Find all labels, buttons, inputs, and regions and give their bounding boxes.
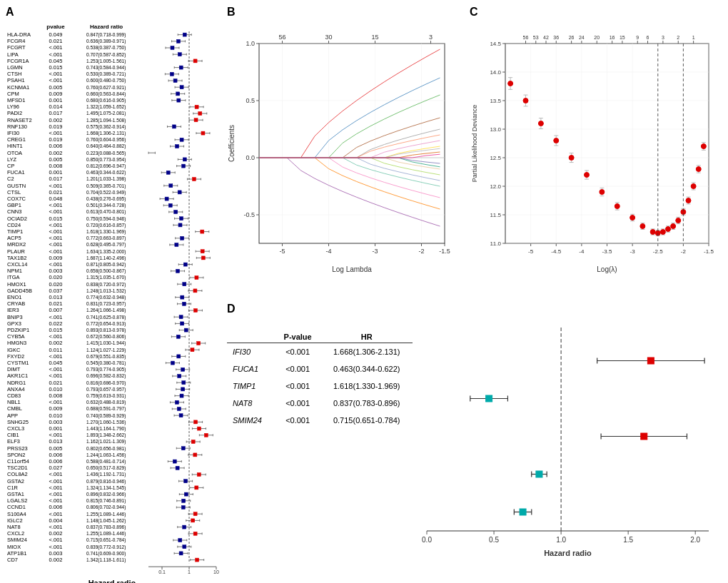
svg-text:<.001: <.001 <box>49 314 63 320</box>
svg-text:0.759(0.619-0.931): 0.759(0.619-0.931) <box>86 393 126 399</box>
svg-rect-561 <box>183 545 186 549</box>
svg-text:0.715(0.651-0.784): 0.715(0.651-0.784) <box>86 537 126 543</box>
svg-text:<.001: <.001 <box>49 241 63 248</box>
svg-rect-232 <box>181 236 184 240</box>
svg-text:0.009: 0.009 <box>49 91 63 97</box>
svg-text:11.5: 11.5 <box>490 212 501 218</box>
svg-text:0.006: 0.006 <box>49 143 63 149</box>
svg-text:0.600(0.480-0.750): 0.600(0.480-0.750) <box>86 78 126 83</box>
svg-text:0.575(0.362-0.914): 0.575(0.362-0.914) <box>86 124 126 130</box>
svg-text:3: 3 <box>429 34 433 41</box>
svg-text:<.001: <.001 <box>49 208 63 215</box>
d-hr-1: 0.463(0.344-0.622) <box>320 360 413 377</box>
d-forest-svg: 0.00.51.01.52.0Hazard radio <box>413 317 719 559</box>
svg-text:1.148(1.045-1.262): 1.148(1.045-1.262) <box>86 518 126 524</box>
svg-text:<.001: <.001 <box>49 524 63 530</box>
d-hr-0: 1.668(1.306-2.131) <box>320 343 413 361</box>
svg-rect-323 <box>181 322 184 325</box>
svg-rect-428 <box>194 420 198 424</box>
svg-text:1.436(1.192-1.731): 1.436(1.192-1.731) <box>86 472 126 477</box>
svg-text:-5: -5 <box>279 248 285 255</box>
svg-text:6: 6 <box>647 35 649 40</box>
svg-rect-309 <box>193 309 197 313</box>
svg-text:10: 10 <box>213 569 219 574</box>
svg-text:ELF3: ELF3 <box>7 438 20 445</box>
svg-text:TIMP1: TIMP1 <box>7 228 23 235</box>
d-pvalue-2: <0.001 <box>275 377 321 395</box>
svg-text:CPM: CPM <box>7 91 19 97</box>
svg-text:0.017: 0.017 <box>49 110 63 116</box>
svg-text:0.0: 0.0 <box>246 154 255 161</box>
svg-point-698 <box>523 98 528 103</box>
svg-text:CNN3: CNN3 <box>7 208 21 215</box>
svg-text:OCIAD2: OCIAD2 <box>7 216 27 222</box>
svg-text:IER3: IER3 <box>7 307 19 313</box>
svg-text:0.010: 0.010 <box>49 386 63 392</box>
svg-rect-372 <box>181 367 185 371</box>
svg-text:0.772(0.654-0.913): 0.772(0.654-0.913) <box>86 321 126 327</box>
svg-text:0.017: 0.017 <box>49 176 63 182</box>
svg-rect-358 <box>177 355 181 358</box>
svg-text:0.743(0.584-0.944): 0.743(0.584-0.944) <box>86 65 126 71</box>
svg-text:13.5: 13.5 <box>490 98 501 104</box>
svg-text:GUSTN: GUSTN <box>7 183 26 189</box>
svg-text:1.618(1.330-1.969): 1.618(1.330-1.969) <box>86 229 126 235</box>
svg-text:0.679(0.551-0.835): 0.679(0.551-0.835) <box>86 354 126 360</box>
svg-text:0.001: 0.001 <box>49 425 63 432</box>
svg-text:2.0: 2.0 <box>690 536 700 544</box>
svg-text:IGLC2: IGLC2 <box>7 517 23 524</box>
svg-text:-4: -4 <box>579 248 585 255</box>
panel-a: A pvalueHazard ratio0.1110HLA-DRA0.0490.… <box>0 0 221 583</box>
svg-rect-211 <box>180 217 183 220</box>
svg-text:0.002: 0.002 <box>49 340 63 346</box>
svg-text:<.001: <.001 <box>49 497 63 504</box>
svg-text:CTSH: CTSH <box>7 71 21 77</box>
d-pvalue-0: <0.001 <box>275 343 321 361</box>
svg-text:0.005: 0.005 <box>49 445 63 452</box>
svg-rect-121 <box>201 131 205 135</box>
d-gene-0: IFI30 <box>227 343 275 361</box>
svg-text:1.255(1.089-1.446): 1.255(1.089-1.446) <box>86 531 126 537</box>
svg-text:-3: -3 <box>372 248 378 255</box>
svg-text:9: 9 <box>636 35 639 40</box>
svg-text:0.007: 0.007 <box>49 307 63 313</box>
svg-text:12.0: 12.0 <box>490 183 501 190</box>
svg-rect-386 <box>182 381 186 385</box>
svg-rect-288 <box>193 289 197 293</box>
svg-text:CRYAB: CRYAB <box>7 300 25 307</box>
svg-rect-176 <box>169 184 173 188</box>
svg-rect-491 <box>184 480 188 483</box>
svg-rect-477 <box>176 466 179 470</box>
svg-text:0.019: 0.019 <box>49 136 63 143</box>
svg-rect-414 <box>177 407 181 411</box>
svg-text:0.696(0.582-0.832): 0.696(0.582-0.832) <box>86 373 126 379</box>
svg-text:13.0: 13.0 <box>490 126 501 133</box>
svg-text:<.001: <.001 <box>49 485 63 491</box>
svg-rect-463 <box>193 453 197 457</box>
svg-text:DIMT: DIMT <box>7 366 21 372</box>
svg-rect-155 <box>182 164 186 168</box>
svg-text:<.001: <.001 <box>49 353 63 360</box>
svg-text:0.001: 0.001 <box>49 97 63 103</box>
svg-text:GPX3: GPX3 <box>7 320 21 327</box>
svg-text:1.495(1.075-2.081): 1.495(1.075-2.081) <box>86 111 126 116</box>
svg-text:TSC2D1: TSC2D1 <box>7 465 28 471</box>
svg-text:APP: APP <box>7 412 18 419</box>
svg-text:1.687(1.140-2.496): 1.687(1.140-2.496) <box>86 255 126 261</box>
svg-text:0.879(0.816-0.946): 0.879(0.816-0.946) <box>86 479 126 485</box>
svg-text:0.704(0.522-0.949): 0.704(0.522-0.949) <box>86 190 126 196</box>
svg-text:RNF130: RNF130 <box>7 123 27 130</box>
forest-plot-svg: pvalueHazard ratio0.1110HLA-DRA0.0490.84… <box>6 20 220 577</box>
panel-a-label: A <box>6 6 218 19</box>
svg-rect-302 <box>182 302 186 305</box>
col-hr: HR <box>320 331 413 343</box>
svg-text:TAX1B2: TAX1B2 <box>7 255 26 261</box>
svg-text:-5: -5 <box>528 248 534 255</box>
svg-rect-421 <box>179 414 183 417</box>
d-pvalue-1: <0.001 <box>275 360 321 377</box>
svg-text:SMIM24: SMIM24 <box>7 537 27 543</box>
svg-text:0.015: 0.015 <box>49 327 63 333</box>
svg-text:CMBL: CMBL <box>7 405 22 412</box>
svg-text:0.009: 0.009 <box>49 405 63 412</box>
svg-text:ATP1B1: ATP1B1 <box>7 550 26 557</box>
